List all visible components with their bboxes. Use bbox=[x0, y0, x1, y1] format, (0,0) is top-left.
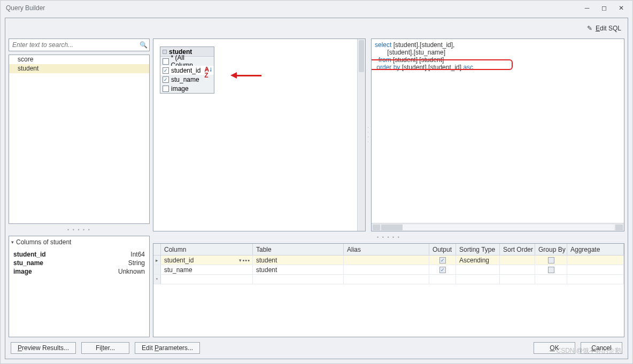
checkbox[interactable]: ✓ bbox=[163, 67, 169, 74]
maximize-button[interactable]: ◻ bbox=[600, 4, 608, 12]
columns-panel-header[interactable]: ▾ Columns of student bbox=[9, 236, 149, 248]
scroll-right-icon[interactable] bbox=[615, 224, 623, 230]
minimize-button[interactable]: ─ bbox=[583, 4, 591, 12]
cell-sortingtype[interactable]: Ascending bbox=[456, 255, 500, 265]
search-box[interactable]: 🔍 bbox=[9, 38, 150, 51]
column-info-row: student_idInt64 bbox=[13, 250, 145, 259]
cell-aggregate[interactable] bbox=[567, 265, 624, 274]
row-indicator-icon: ▸ bbox=[153, 255, 161, 265]
checkbox[interactable]: ✓ bbox=[163, 76, 169, 83]
annotation-arrow bbox=[230, 72, 261, 79]
diagram-column-stuname[interactable]: ✓ stu_name bbox=[160, 75, 214, 84]
checkbox[interactable]: ✓ bbox=[439, 267, 446, 273]
edit-sql-link[interactable]: ✎ Edit SQL bbox=[587, 25, 621, 32]
grid-header-table[interactable]: Table bbox=[253, 244, 344, 255]
upper-row: student * (All Column... ✓ student_id A↓… bbox=[153, 38, 624, 231]
column-info-row: imageUnknown bbox=[13, 267, 145, 276]
grid-header-aggregate[interactable]: Aggregate bbox=[567, 244, 624, 255]
diagram-column-label: stu_name bbox=[171, 76, 199, 83]
window-title: Query Builder bbox=[4, 4, 583, 12]
search-icon[interactable]: 🔍 bbox=[137, 41, 149, 49]
criteria-grid[interactable]: Column Table Alias Output Sorting Type S… bbox=[153, 243, 624, 337]
diagram-column-label: student_id bbox=[171, 67, 200, 74]
work-area: 🔍 score student • • • • • ▾ Columns of s… bbox=[9, 38, 624, 337]
ok-button[interactable]: OK bbox=[534, 342, 575, 354]
checkbox[interactable]: ✓ bbox=[439, 257, 446, 264]
top-toolbar: ✎ Edit SQL bbox=[9, 21, 624, 35]
checkbox[interactable] bbox=[548, 257, 554, 264]
grid-row[interactable]: stu_name student ✓ bbox=[153, 265, 624, 275]
checkbox[interactable] bbox=[163, 58, 169, 65]
dropdown-icon[interactable]: ▾ bbox=[239, 258, 242, 263]
grid-row[interactable]: ▸ student_id▾••• student ✓ Ascending bbox=[153, 255, 624, 265]
cell-sortingtype[interactable] bbox=[456, 265, 500, 274]
grid-body: ▸ student_id▾••• student ✓ Ascending bbox=[153, 255, 624, 337]
vertical-splitter[interactable]: · · · · bbox=[366, 38, 371, 231]
sql-text[interactable]: select [student].[student_id], [student]… bbox=[372, 39, 624, 223]
checkbox[interactable] bbox=[163, 86, 169, 92]
diagram-column-image[interactable]: image bbox=[160, 84, 214, 93]
sql-pane: select [student].[student_id], [student]… bbox=[371, 38, 624, 231]
grid-header-sortingtype[interactable]: Sorting Type bbox=[456, 244, 500, 255]
cell-alias[interactable] bbox=[344, 265, 429, 274]
edit-sql-label: Edit SQL bbox=[596, 25, 621, 32]
cell-output[interactable]: ✓ bbox=[429, 265, 456, 274]
row-indicator-icon bbox=[153, 265, 161, 274]
canvas-scrollbar[interactable] bbox=[357, 39, 365, 231]
collapse-icon[interactable]: ▾ bbox=[11, 239, 14, 245]
diagram-column-label: image bbox=[171, 85, 189, 92]
table-item-student[interactable]: student bbox=[9, 64, 149, 73]
sort-asc-icon: A↓ bbox=[206, 66, 213, 72]
columns-panel-title: Columns of student bbox=[16, 238, 71, 246]
client-area: ✎ Edit SQL 🔍 score student • • • • • ▾ bbox=[5, 18, 628, 359]
table-icon bbox=[163, 50, 167, 54]
cancel-button[interactable]: Cancel bbox=[581, 342, 622, 354]
edit-parameters-button[interactable]: Edit Parameters... bbox=[135, 342, 200, 354]
cell-column[interactable]: stu_name bbox=[161, 265, 253, 274]
preview-results-button[interactable]: Preview Results... bbox=[11, 342, 76, 354]
bottom-button-row: Preview Results... Filter... Edit Parame… bbox=[9, 340, 624, 355]
cell-alias[interactable] bbox=[344, 255, 429, 265]
grid-header-alias[interactable]: Alias bbox=[344, 244, 429, 255]
grid-corner bbox=[153, 244, 161, 255]
column-info-row: stu_nameString bbox=[13, 259, 145, 267]
cell-aggregate[interactable] bbox=[567, 255, 624, 265]
cell-groupby[interactable] bbox=[535, 265, 567, 274]
close-button[interactable]: ✕ bbox=[617, 4, 625, 12]
cell-sortorder[interactable] bbox=[500, 255, 535, 265]
cell-groupby[interactable] bbox=[535, 255, 567, 265]
grid-header-sortorder[interactable]: Sort Order bbox=[500, 244, 535, 255]
table-item-score[interactable]: score bbox=[9, 55, 149, 64]
grid-header-groupby[interactable]: Group By bbox=[535, 244, 567, 255]
checkbox[interactable] bbox=[548, 267, 554, 273]
diagram-table-student[interactable]: student * (All Column... ✓ student_id A↓… bbox=[160, 47, 214, 94]
filter-button[interactable]: Filter... bbox=[81, 342, 129, 354]
grid-new-row[interactable]: * bbox=[153, 275, 624, 284]
tables-list[interactable]: score student bbox=[9, 55, 150, 224]
diagram-column-studentid[interactable]: ✓ student_id A↓Z A↓ bbox=[160, 66, 214, 75]
diagram-canvas[interactable]: student * (All Column... ✓ student_id A↓… bbox=[153, 38, 366, 231]
cell-output[interactable]: ✓ bbox=[429, 255, 456, 265]
titlebar: Query Builder ─ ◻ ✕ bbox=[1, 1, 632, 16]
search-input[interactable] bbox=[9, 41, 137, 49]
ellipsis-icon[interactable]: ••• bbox=[242, 257, 250, 264]
cell-column[interactable]: student_id▾••• bbox=[161, 255, 253, 265]
grid-header-output[interactable]: Output bbox=[429, 244, 456, 255]
scroll-thumb[interactable] bbox=[381, 224, 403, 230]
cell-sortorder[interactable] bbox=[500, 265, 535, 274]
main-area: student * (All Column... ✓ student_id A↓… bbox=[153, 38, 624, 337]
query-builder-window: Query Builder ─ ◻ ✕ ✎ Edit SQL 🔍 score bbox=[0, 0, 633, 364]
window-buttons: ─ ◻ ✕ bbox=[583, 4, 629, 12]
left-column: 🔍 score student • • • • • ▾ Columns of s… bbox=[9, 38, 150, 337]
grid-header: Column Table Alias Output Sorting Type S… bbox=[153, 244, 624, 255]
scroll-left-icon[interactable] bbox=[373, 224, 380, 230]
sql-hscrollbar[interactable] bbox=[372, 223, 624, 231]
horizontal-splitter[interactable]: • • • • • bbox=[9, 227, 150, 233]
annotation-highlight bbox=[372, 59, 513, 70]
horizontal-splitter[interactable]: • • • • • bbox=[153, 235, 624, 240]
diagram-column-all[interactable]: * (All Column... bbox=[160, 57, 214, 66]
cell-table[interactable]: student bbox=[253, 265, 344, 274]
grid-header-column[interactable]: Column bbox=[161, 244, 253, 255]
columns-panel-body: student_idInt64 stu_nameString imageUnkn… bbox=[9, 248, 149, 337]
cell-table[interactable]: student bbox=[253, 255, 344, 265]
